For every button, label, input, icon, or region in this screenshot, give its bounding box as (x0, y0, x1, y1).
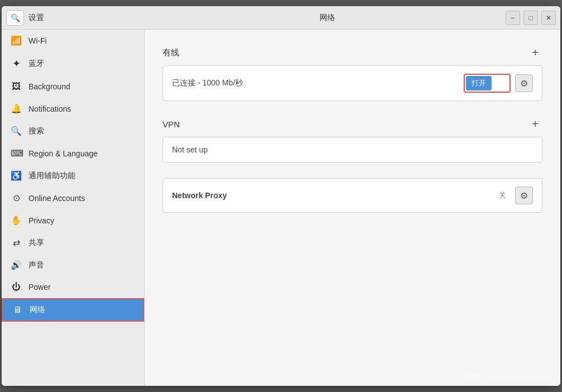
wifi-icon: 📶 (11, 35, 22, 46)
sidebar-item-region[interactable]: ⌨ Region & Language (2, 142, 144, 165)
close-button[interactable]: ✕ (541, 11, 556, 25)
sidebar-item-wifi[interactable]: 📶 Wi-Fi (2, 30, 144, 52)
main-title: 网络 (149, 13, 506, 23)
sidebar-item-online-accounts-label: Online Accounts (28, 194, 85, 203)
proxy-status: 关 (499, 190, 506, 200)
sidebar-item-power-label: Power (28, 283, 51, 291)
sidebar-item-region-label: Region & Language (28, 149, 98, 158)
sidebar-item-accessibility-label: 通用辅助功能 (28, 171, 75, 181)
minimize-button[interactable]: – (506, 11, 520, 25)
wired-toggle[interactable]: 打开 (464, 74, 511, 93)
sound-icon: 🔊 (11, 260, 22, 270)
sidebar-item-network[interactable]: 🖥 网络 (2, 298, 144, 322)
sidebar-item-sound[interactable]: 🔊 声音 (2, 254, 144, 276)
wired-add-button[interactable]: + (528, 45, 542, 60)
power-icon: ⏻ (11, 282, 22, 292)
sidebar-item-network-label: 网络 (30, 305, 45, 315)
wired-section: 有线 + 已连接 - 1000 Mb/秒 打开 ⚙ (163, 45, 542, 101)
wired-settings-button[interactable]: ⚙ (515, 74, 533, 92)
sidebar-item-background-label: Background (28, 82, 70, 91)
sidebar-item-notifications[interactable]: 🔔 Notifications (2, 98, 144, 120)
sidebar-item-background[interactable]: 🖼 Background (2, 76, 144, 98)
main-panel: 有线 + 已连接 - 1000 Mb/秒 打开 ⚙ VPN (145, 30, 560, 386)
search-icon: 🔍 (11, 13, 20, 22)
proxy-gear-icon: ⚙ (520, 190, 528, 201)
proxy-title: Network Proxy (172, 191, 499, 200)
maximize-button[interactable]: □ (523, 11, 538, 25)
main-window: 🔍 设置 网络 – □ ✕ 📶 Wi-Fi ✦ 蓝牙 (2, 6, 560, 386)
sidebar-item-wifi-label: Wi-Fi (28, 36, 47, 45)
content-area: 📶 Wi-Fi ✦ 蓝牙 🖼 Background 🔔 Notification… (2, 30, 560, 386)
vpn-section-title: VPN (163, 119, 180, 129)
sidebar-item-search-label: 搜索 (28, 126, 44, 136)
online-accounts-icon: ⊙ (11, 193, 22, 203)
sidebar-item-privacy[interactable]: ✋ Privacy (2, 209, 144, 232)
sidebar-item-privacy-label: Privacy (28, 216, 54, 225)
sidebar-item-bluetooth-label: 蓝牙 (28, 59, 44, 69)
notifications-icon: 🔔 (11, 103, 22, 114)
sidebar-title: 设置 (28, 13, 44, 23)
sidebar-item-notifications-label: Notifications (28, 104, 71, 113)
wired-status-text: 已连接 - 1000 Mb/秒 (172, 78, 464, 88)
toggle-off-area (492, 76, 508, 90)
vpn-section-header: VPN + (163, 117, 542, 131)
sidebar-item-bluetooth[interactable]: ✦ 蓝牙 (2, 52, 144, 76)
proxy-card: Network Proxy 关 ⚙ (163, 178, 542, 213)
network-icon: 🖥 (12, 305, 23, 315)
sidebar-item-search[interactable]: 🔍 搜索 (2, 120, 144, 142)
vpn-status-text: Not set up (172, 145, 533, 154)
sidebar-item-online-accounts[interactable]: ⊙ Online Accounts (2, 187, 144, 209)
search-button[interactable]: 🔍 (6, 10, 24, 26)
sidebar-item-power[interactable]: ⏻ Power (2, 276, 144, 298)
vpn-card: Not set up (163, 137, 542, 162)
bluetooth-icon: ✦ (11, 58, 22, 70)
privacy-icon: ✋ (11, 215, 22, 226)
toggle-on-button[interactable]: 打开 (466, 76, 492, 90)
sidebar-item-sharing[interactable]: ⇄ 共享 (2, 232, 144, 254)
gear-icon: ⚙ (520, 78, 528, 89)
sharing-icon: ⇄ (11, 237, 22, 248)
wired-card: 已连接 - 1000 Mb/秒 打开 ⚙ (163, 65, 542, 101)
search-sidebar-icon: 🔍 (11, 126, 22, 136)
vpn-section: VPN + Not set up (163, 117, 542, 162)
accessibility-icon: ♿ (11, 170, 22, 181)
sidebar-item-sharing-label: 共享 (28, 238, 44, 248)
vpn-add-button[interactable]: + (528, 117, 542, 131)
sidebar: 📶 Wi-Fi ✦ 蓝牙 🖼 Background 🔔 Notification… (2, 30, 145, 386)
titlebar: 🔍 设置 网络 – □ ✕ (2, 6, 560, 30)
proxy-section: Network Proxy 关 ⚙ (163, 178, 542, 213)
region-icon: ⌨ (11, 148, 22, 159)
proxy-settings-button[interactable]: ⚙ (515, 187, 533, 204)
background-icon: 🖼 (11, 82, 22, 92)
wired-section-header: 有线 + (163, 45, 542, 60)
sidebar-item-accessibility[interactable]: ♿ 通用辅助功能 (2, 165, 144, 187)
sidebar-item-sound-label: 声音 (28, 260, 44, 270)
wired-section-title: 有线 (163, 47, 179, 58)
